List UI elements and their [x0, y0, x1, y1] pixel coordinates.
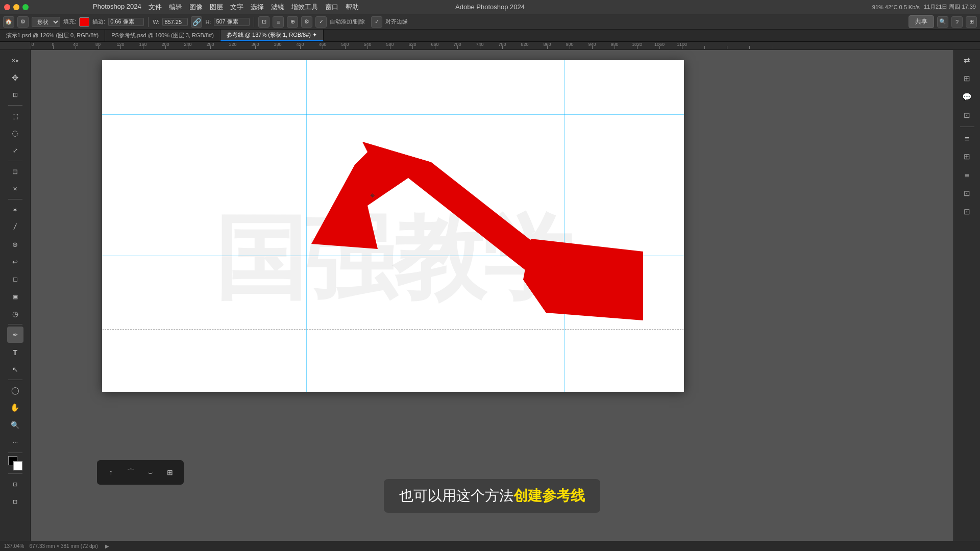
main-area: ✕ ▸ ✥ ⊡ ⬚ ◌ ⤢ ⊡ ✕ ✶ / ⊕ ↩ ◻ ▣ ◷ ✒ T ↖ ◯ … — [0, 50, 980, 541]
move-tool[interactable]: ✥ — [7, 69, 23, 86]
red-shape-svg — [102, 60, 684, 392]
path-alignment-btn[interactable]: ≡ — [273, 16, 284, 28]
path-operations-btn[interactable]: ⊡ — [258, 16, 270, 28]
link-dimensions-icon[interactable]: 🔗 — [191, 16, 202, 28]
menu-plugins[interactable]: 增效工具 — [291, 3, 318, 12]
text-tool[interactable]: T — [7, 344, 23, 360]
minimize-button[interactable] — [13, 4, 19, 10]
ruler-corner — [0, 42, 31, 50]
separator-2 — [254, 17, 254, 27]
stroke-width-input[interactable] — [108, 18, 144, 26]
tab-doc1[interactable]: 演示1.psd @ 126% (图层 0, RGB/8#) — [0, 30, 105, 41]
right-panel-more-2[interactable]: ⊡ — [959, 185, 975, 202]
home-button[interactable]: 🏠 — [3, 16, 14, 28]
mini-icon-2[interactable]: ⌒ — [124, 465, 138, 480]
path-select-tool[interactable]: ↖ — [7, 361, 23, 378]
path-arrangement-btn[interactable]: ⊕ — [287, 16, 298, 28]
heal-tool[interactable]: ✶ — [7, 202, 23, 218]
cursor-indicator: ⌖ — [370, 190, 379, 199]
search-btn[interactable]: 🔍 — [937, 16, 948, 28]
tool-sep-5 — [8, 380, 22, 380]
close-button[interactable] — [4, 4, 10, 10]
share-button[interactable]: 共享 — [909, 15, 934, 28]
screen-mode-btn[interactable]: ⊡ — [7, 493, 23, 510]
menu-file[interactable]: 文件 — [149, 3, 162, 12]
lasso-tool[interactable]: ◌ — [7, 125, 23, 141]
quick-mask-btn[interactable]: ⊡ — [7, 476, 23, 492]
stroke-label: 描边: — [92, 18, 105, 26]
datetime-display: 11月21日 周四 17:39 — [924, 3, 976, 11]
mini-icon-3[interactable]: ⌣ — [143, 465, 157, 480]
stamp-tool[interactable]: ⊕ — [7, 236, 23, 253]
window-title: Adobe Photoshop 2024 — [455, 3, 525, 11]
shape-mode-select[interactable]: 形状 — [32, 17, 60, 27]
menu-select[interactable]: 选择 — [251, 3, 264, 12]
menu-text[interactable]: 文字 — [230, 3, 243, 12]
tool-sep-3 — [8, 199, 22, 199]
guide-line-horizontal-1 — [102, 114, 684, 115]
magic-wand-tool[interactable]: ⤢ — [7, 142, 23, 159]
background-color-swatch[interactable] — [13, 461, 22, 470]
zoom-tool[interactable]: 🔍 — [7, 417, 23, 433]
menu-window[interactable]: 窗口 — [325, 3, 338, 12]
align-edges-label: 对齐边缘 — [385, 18, 408, 26]
selection-marquee-bottom — [102, 329, 684, 330]
right-panel-arrange[interactable]: ⇄ — [959, 52, 975, 68]
right-panel-layers[interactable]: ⊞ — [959, 70, 975, 87]
help-btn[interactable]: ? — [951, 16, 963, 28]
selection-marquee-top — [102, 60, 684, 61]
fill-color-swatch[interactable] — [79, 17, 89, 27]
shape-tool[interactable]: ◯ — [7, 382, 23, 398]
eyedropper-tool[interactable]: ✕ — [7, 181, 23, 197]
tool-sep-4 — [8, 324, 22, 324]
dodge-tool[interactable]: ◷ — [7, 306, 23, 322]
tool-sep-7 — [8, 473, 22, 474]
right-panel-grid[interactable]: ⊞ — [959, 148, 975, 165]
fill-label: 填充: — [63, 18, 76, 26]
maximize-button[interactable] — [22, 4, 29, 10]
right-panel-align[interactable]: ≡ — [959, 130, 975, 146]
workspace-btn[interactable]: ⊞ — [966, 16, 977, 28]
tab-doc3[interactable]: 参考线 @ 137% (形状 1, RGB/8#) ✦ — [220, 30, 324, 41]
toolbar-collapse-btn[interactable]: ✕ ▸ — [7, 52, 23, 68]
height-input[interactable] — [214, 18, 250, 26]
menu-layer[interactable]: 图层 — [210, 3, 223, 12]
pen-tool[interactable]: ✒ — [7, 327, 23, 343]
right-panel-props[interactable]: ⊡ — [959, 107, 975, 123]
tab-doc2[interactable]: PS参考线.psd @ 100% (图层 3, RGB/8#) — [105, 30, 220, 41]
canvas-container[interactable]: 国强教学 ⌖ — [31, 50, 953, 541]
tool-sep-6 — [8, 453, 22, 453]
canvas[interactable]: 国强教学 ⌖ — [102, 60, 684, 392]
more-tools-btn[interactable]: ⋯ — [7, 434, 23, 450]
tool-options-button[interactable]: ⚙ — [17, 16, 29, 28]
right-panels: ⇄ ⊞ 💬 ⊡ ≡ ⊞ ≡ ⊡ ⊡ — [953, 50, 980, 541]
subtitle-white-text: 也可以用这个方法 — [399, 486, 513, 506]
settings-btn[interactable]: ⚙ — [301, 16, 312, 28]
menu-edit[interactable]: 编辑 — [169, 3, 182, 12]
brush-tool[interactable]: / — [7, 219, 23, 235]
crop-tool[interactable]: ⊡ — [7, 163, 23, 180]
hand-tool[interactable]: ✋ — [7, 399, 23, 416]
menu-help[interactable]: 帮助 — [346, 3, 359, 12]
eraser-tool[interactable]: ◻ — [7, 271, 23, 287]
right-panel-sep — [960, 127, 974, 127]
align-icon: ✓ — [315, 16, 327, 28]
menu-filter[interactable]: 滤镜 — [271, 3, 284, 12]
width-input[interactable] — [162, 18, 188, 26]
menu-app[interactable]: Photoshop 2024 — [93, 3, 141, 12]
guide-line-vertical-2 — [564, 60, 565, 392]
gradient-tool[interactable]: ▣ — [7, 288, 23, 305]
history-tool[interactable]: ↩ — [7, 254, 23, 270]
right-panel-more-1[interactable]: ≡ — [959, 167, 975, 183]
right-panel-more-3[interactable]: ⊡ — [959, 204, 975, 220]
right-panel-comment[interactable]: 💬 — [959, 89, 975, 105]
marquee-tool[interactable]: ⬚ — [7, 108, 23, 124]
menu-image[interactable]: 图像 — [189, 3, 203, 12]
artboard-tool[interactable]: ⊡ — [7, 87, 23, 103]
title-bar: Photoshop 2024 文件 编辑 图像 图层 文字 选择 滤镜 增效工具… — [0, 0, 980, 14]
mini-icon-1[interactable]: ↑ — [104, 465, 118, 480]
subtitle-yellow-text: 创建参考线 — [513, 486, 585, 506]
color-swatches[interactable] — [8, 456, 22, 470]
mini-icon-4[interactable]: ⊞ — [163, 465, 177, 480]
auto-add-delete-label: 自动添加/删除 — [330, 18, 365, 26]
